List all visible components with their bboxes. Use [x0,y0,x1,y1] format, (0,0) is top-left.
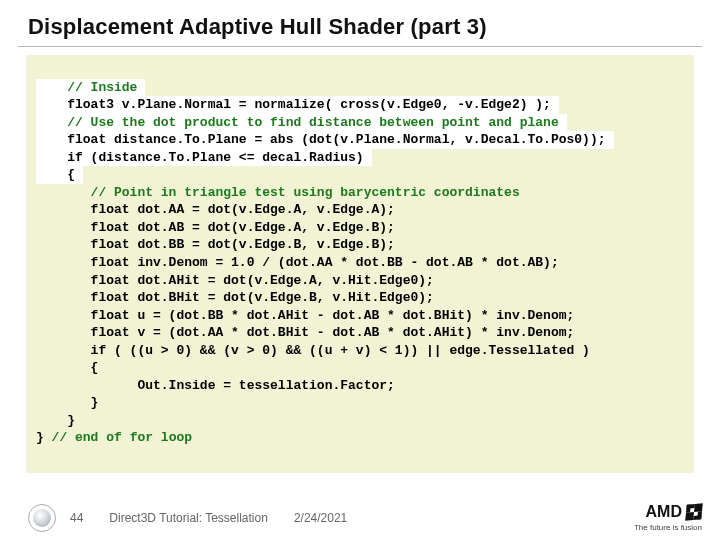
fusion-logo-icon [28,504,56,532]
code-line: float inv.Denom = 1.0 / (dot.AA * dot.BB… [36,255,559,270]
code-line: } [36,430,44,445]
code-line: float dot.BB = dot(v.Edge.B, v.Edge.B); [36,237,395,252]
code-line: // Inside [36,79,145,97]
code-line: { [36,360,98,375]
code-line: if ( ((u > 0) && (v > 0) && ((u + v) < 1… [36,343,590,358]
footer: 44 Direct3D Tutorial: Tessellation 2/24/… [0,503,720,532]
code-line: if (distance.To.Plane <= decal.Radius) [36,149,372,167]
amd-mark-icon [685,503,703,521]
code-line: } [36,413,75,428]
slide-number: 44 [70,511,83,525]
code-line: float3 v.Plane.Normal = normalize( cross… [36,96,559,114]
amd-logo: AMD [646,503,702,521]
amd-logo-text: AMD [646,503,682,521]
amd-brand-block: AMD The future is fusion [634,503,702,532]
code-line: float dot.BHit = dot(v.Edge.B, v.Hit.Edg… [36,290,434,305]
code-line: // end of for loop [44,430,192,445]
code-line: float distance.To.Plane = abs (dot(v.Pla… [36,131,614,149]
code-line: float v = (dot.AA * dot.BHit - dot.AB * … [36,325,574,340]
code-line: } [36,395,98,410]
slide-date: 2/24/2021 [294,511,347,525]
code-line: Out.Inside = tessellation.Factor; [36,378,395,393]
code-line: { [36,166,83,184]
code-block: // Inside float3 v.Plane.Normal = normal… [26,55,694,473]
code-line: float dot.AB = dot(v.Edge.A, v.Edge.B); [36,220,395,235]
code-line: float dot.AA = dot(v.Edge.A, v.Edge.A); [36,202,395,217]
code-line: float dot.AHit = dot(v.Edge.A, v.Hit.Edg… [36,273,434,288]
code-line: // Use the dot product to find distance … [36,114,567,132]
amd-tagline: The future is fusion [634,523,702,532]
page-title: Displacement Adaptive Hull Shader (part … [18,14,702,47]
code-line: float u = (dot.BB * dot.AHit - dot.AB * … [36,308,574,323]
slide: Displacement Adaptive Hull Shader (part … [0,0,720,540]
code-line: // Point in triangle test using barycent… [36,185,520,200]
doc-title: Direct3D Tutorial: Tessellation [109,511,268,525]
